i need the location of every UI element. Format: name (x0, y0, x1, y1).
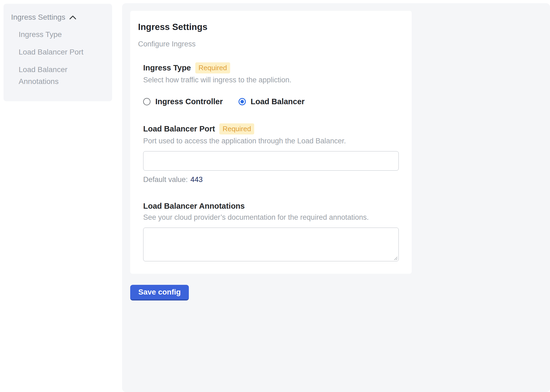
default-value-line: Default value:443 (143, 175, 399, 184)
section-ingress-type: Ingress Type Required Select how traffic… (143, 62, 399, 106)
sidebar-header-label: Ingress Settings (11, 13, 65, 22)
ingress-type-radio-group: Ingress Controller Load Balancer (143, 97, 399, 106)
load-balancer-port-label: Load Balancer Port (143, 124, 215, 134)
ingress-settings-card: Ingress Settings Configure Ingress Ingre… (130, 11, 412, 274)
lb-annotations-label-row: Load Balancer Annotations (143, 201, 399, 211)
load-balancer-annotations-label: Load Balancer Annotations (143, 201, 245, 211)
load-balancer-annotations-textarea[interactable] (143, 228, 399, 261)
radio-option-ingress-controller[interactable]: Ingress Controller (143, 97, 223, 106)
sidebar-nav: Ingress Settings Ingress Type Load Balan… (4, 4, 112, 101)
ingress-type-label-row: Ingress Type Required (143, 62, 399, 73)
required-badge: Required (195, 62, 230, 73)
default-value-label: Default value: (143, 175, 188, 184)
main-panel: Ingress Settings Configure Ingress Ingre… (122, 3, 550, 392)
chevron-up-icon[interactable] (69, 15, 76, 20)
default-value: 443 (190, 175, 203, 184)
sidebar-items: Ingress Type Load Balancer Port Load Bal… (19, 29, 105, 88)
radio-label-load-balancer: Load Balancer (251, 97, 305, 106)
save-config-button[interactable]: Save config (130, 285, 189, 300)
page-title: Ingress Settings (138, 22, 399, 32)
section-load-balancer-port: Load Balancer Port Required Port used to… (143, 123, 399, 184)
lb-port-label-row: Load Balancer Port Required (143, 123, 399, 134)
sidebar-item-load-balancer-annotations[interactable]: Load Balancer Annotations (19, 64, 105, 88)
section-load-balancer-annotations: Load Balancer Annotations See your cloud… (143, 201, 399, 261)
page-subtitle: Configure Ingress (138, 40, 399, 48)
radio-icon[interactable] (239, 98, 246, 105)
ingress-type-description: Select how traffic will ingress to the a… (143, 75, 399, 85)
radio-label-ingress-controller: Ingress Controller (155, 97, 223, 106)
sidebar-item-load-balancer-port[interactable]: Load Balancer Port (19, 46, 105, 58)
sidebar-section-ingress-settings[interactable]: Ingress Settings (11, 13, 105, 22)
sidebar-item-ingress-type[interactable]: Ingress Type (19, 29, 105, 41)
load-balancer-port-description: Port used to access the application thro… (143, 136, 399, 146)
ingress-type-label: Ingress Type (143, 63, 191, 73)
annotations-textarea-wrap (143, 228, 399, 261)
load-balancer-annotations-description: See your cloud provider’s documentation … (143, 213, 399, 222)
radio-icon[interactable] (143, 98, 150, 105)
radio-option-load-balancer[interactable]: Load Balancer (239, 97, 305, 106)
load-balancer-port-input[interactable] (143, 151, 399, 171)
required-badge: Required (219, 123, 254, 134)
